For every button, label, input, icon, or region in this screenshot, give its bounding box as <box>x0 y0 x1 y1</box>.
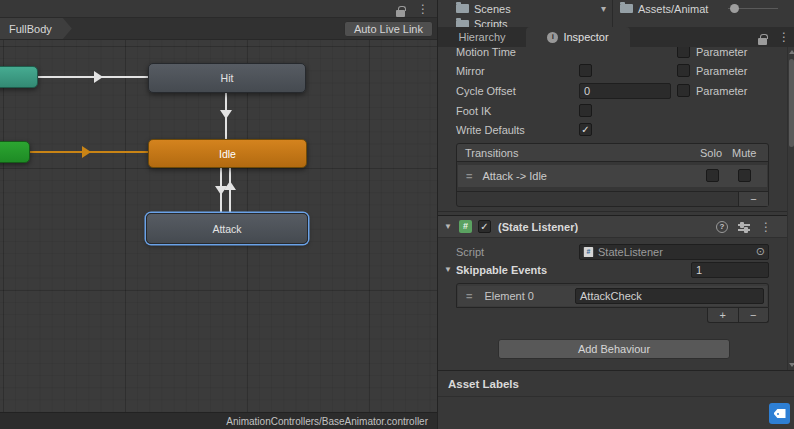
parameter-label: Parameter <box>696 47 747 61</box>
row-motion-time: Motion Time Parameter <box>438 47 787 61</box>
project-path-label: Assets/Animat <box>638 3 708 15</box>
plus-icon: + <box>720 309 726 321</box>
add-element-button[interactable]: + <box>708 308 739 322</box>
pane-divider[interactable] <box>612 0 613 27</box>
any-state-node[interactable] <box>0 66 38 88</box>
transition-anystate-hit-arrow[interactable] <box>94 71 103 83</box>
state-node-hit[interactable]: Hit <box>148 63 306 93</box>
mute-checkbox[interactable] <box>738 169 751 182</box>
transition-row[interactable]: = Attack -> Idle <box>458 165 767 187</box>
cycle-offset-field[interactable]: 0 <box>579 83 671 99</box>
element-value: AttackCheck <box>580 290 642 302</box>
project-row-scenes[interactable]: Scenes <box>438 0 598 17</box>
row-mirror: Mirror Parameter <box>438 62 787 80</box>
row-script: Script # StateListener ⊙ <box>438 243 787 261</box>
tab-label: Hierarchy <box>458 31 505 43</box>
component-title: (State Listener) <box>498 218 578 236</box>
mirror-checkbox[interactable] <box>579 64 592 77</box>
kebab-menu-icon[interactable]: ⋮ <box>760 221 772 233</box>
row-skippable-events: ▼ Skippable Events 1 <box>438 261 787 279</box>
project-strip: Scenes ▾ Assets/Animat Scripts <box>438 0 794 27</box>
object-picker-icon[interactable]: ⊙ <box>756 246 765 257</box>
minus-icon: − <box>750 309 756 321</box>
add-behaviour-button[interactable]: Add Behaviour <box>498 339 730 359</box>
project-row-scripts[interactable]: Scripts <box>438 17 598 27</box>
script-component-icon: # <box>459 220 472 233</box>
scroll-down-arrow[interactable] <box>789 363 794 367</box>
component-enabled-checkbox[interactable]: ✓ <box>478 220 491 233</box>
lock-icon[interactable] <box>758 38 767 45</box>
asset-labels-header[interactable]: Asset Labels <box>438 371 794 397</box>
hash-glyph: # <box>463 222 468 231</box>
transition-row-label: Attack -> Idle <box>482 170 547 182</box>
unity-editor: ⋮ FullBody Auto Live Link <box>0 0 794 429</box>
solo-checkbox[interactable] <box>706 169 719 182</box>
state-label: Attack <box>212 223 241 235</box>
solo-column-label: Solo <box>700 144 722 162</box>
skippable-events-label: Skippable Events <box>456 261 547 279</box>
transition-attack-idle-arrow[interactable] <box>224 181 236 190</box>
write-defaults-label: Write Defaults <box>456 121 525 139</box>
check-icon: ✓ <box>480 222 488 232</box>
cycle-offset-label: Cycle Offset <box>456 82 516 100</box>
transitions-box: Transitions Solo Mute = Attack -> Idle − <box>456 143 769 207</box>
tab-inspector[interactable]: i Inspector <box>526 27 630 47</box>
tab-hierarchy[interactable]: Hierarchy <box>438 27 526 47</box>
script-field[interactable]: # StateListener ⊙ <box>579 244 769 260</box>
state-machine-graph[interactable]: Hit Idle Attack <box>0 40 437 412</box>
folder-label: Scenes <box>474 3 511 15</box>
transition-anystate-hit[interactable] <box>38 76 148 78</box>
component-header[interactable]: ▼ # ✓ (State Listener) ? ⋮ <box>438 215 787 238</box>
section-divider <box>438 211 787 212</box>
cycle-offset-parameter-checkbox[interactable] <box>677 84 690 97</box>
controller-path-bar: AnimationControllers/BaseAnimator.contro… <box>0 412 437 429</box>
transition-attack-idle[interactable] <box>229 168 231 213</box>
lock-icon[interactable] <box>396 10 405 17</box>
element-list-box: = Element 0 AttackCheck <box>456 283 769 308</box>
scroll-up-arrow[interactable] <box>789 50 794 54</box>
entry-node[interactable] <box>0 141 30 163</box>
element-label: Element 0 <box>484 290 534 302</box>
inspector-body: Motion Time Parameter Mirror Parameter C… <box>438 47 787 370</box>
foot-ik-checkbox[interactable] <box>579 104 592 117</box>
array-size-field[interactable]: 1 <box>691 262 769 278</box>
add-behaviour-label: Add Behaviour <box>578 343 650 355</box>
project-breadcrumb[interactable]: Assets/Animat <box>614 0 734 17</box>
write-defaults-checkbox[interactable]: ✓ <box>579 123 592 136</box>
foldout-icon[interactable]: ▼ <box>444 266 452 274</box>
dropdown-caret-icon[interactable]: ▾ <box>601 3 606 14</box>
help-icon[interactable]: ? <box>716 221 728 233</box>
state-label: Hit <box>221 72 234 84</box>
remove-element-button[interactable]: − <box>739 308 769 322</box>
info-glyph: i <box>552 33 554 41</box>
element-value-field[interactable]: AttackCheck <box>575 288 764 304</box>
transition-hit-idle-arrow[interactable] <box>220 110 232 119</box>
controller-path: AnimationControllers/BaseAnimator.contro… <box>226 416 428 427</box>
auto-live-link-button[interactable]: Auto Live Link <box>344 21 433 37</box>
element-list-footer: + − <box>707 308 769 323</box>
state-node-attack[interactable]: Attack <box>146 213 308 244</box>
help-glyph: ? <box>720 223 725 231</box>
kebab-menu-icon[interactable]: ⋮ <box>417 3 429 15</box>
breadcrumb-fullbody[interactable]: FullBody <box>0 18 72 39</box>
kebab-menu-icon[interactable]: ⋮ <box>778 31 790 43</box>
tab-bar: Hierarchy i Inspector ⋮ <box>438 27 794 47</box>
presets-icon[interactable] <box>738 222 750 233</box>
inspector-panel: Scenes ▾ Assets/Animat Scripts Hierarchy… <box>437 0 794 429</box>
state-node-idle[interactable]: Idle <box>148 139 307 168</box>
breadcrumb-bar: FullBody Auto Live Link <box>0 18 437 40</box>
drag-handle-icon[interactable]: = <box>466 171 472 182</box>
tab-label: Inspector <box>563 31 608 43</box>
scrollbar-thumb[interactable] <box>789 59 794 147</box>
folder-icon <box>456 20 469 28</box>
motion-time-parameter-checkbox[interactable] <box>677 47 690 58</box>
remove-transition-button[interactable]: − <box>738 192 768 206</box>
drag-handle-icon[interactable]: = <box>466 291 472 302</box>
transition-entry-idle-arrow[interactable] <box>82 146 91 158</box>
mirror-parameter-checkbox[interactable] <box>677 64 690 77</box>
asset-label-button[interactable] <box>769 403 790 424</box>
element-row[interactable]: = Element 0 AttackCheck <box>458 286 767 306</box>
inspector-scrollbar[interactable] <box>787 47 794 370</box>
zoom-slider-knob[interactable] <box>730 4 739 13</box>
foldout-icon[interactable]: ▼ <box>444 223 452 231</box>
